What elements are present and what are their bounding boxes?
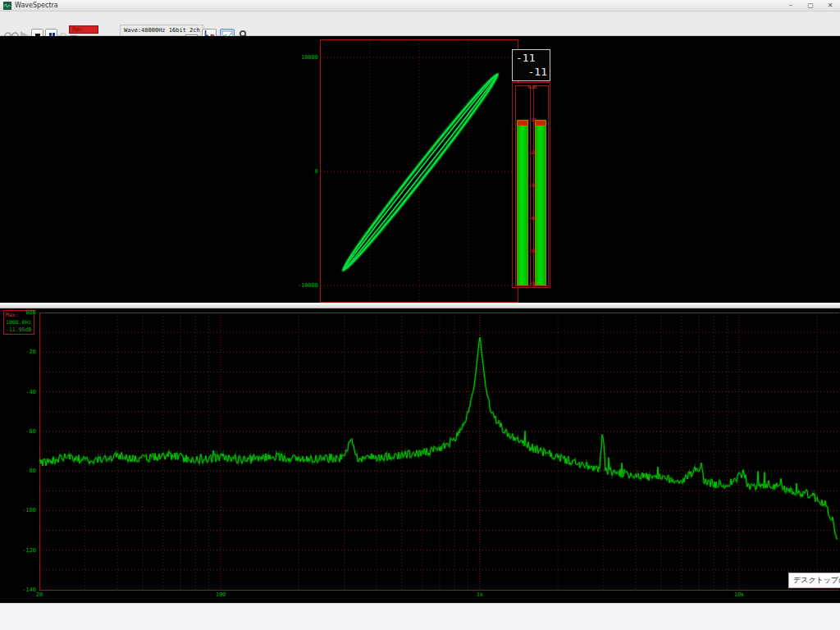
spectrum-trace xyxy=(39,337,838,539)
spectrum-panel: Max: 1000.0Hz -11.95dB 0dB-20-40-60-80-1… xyxy=(0,308,840,603)
meter-scale-label: -20 xyxy=(524,150,540,155)
spectrum-xlabel: 100 xyxy=(208,591,233,598)
meter-bar-right xyxy=(535,120,546,285)
meter-scale-label: -50 xyxy=(524,249,540,253)
spectrum-ylabel: -80 xyxy=(7,468,36,474)
rec-indicator: Rec xyxy=(69,25,98,34)
spectrum-ylabel: -40 xyxy=(7,389,36,395)
spectrum-ylabel-0db: 0dB xyxy=(16,309,36,316)
meter-bar-left xyxy=(517,120,528,285)
lissajous-ylabel: -10000 xyxy=(285,282,318,289)
meter-scale-label: -60 xyxy=(524,281,540,286)
meter-scale-label: -40 xyxy=(524,216,540,221)
max-freq: 1000.0Hz xyxy=(6,319,32,326)
wave-info: Wave:48000Hz 16bit 2ch xyxy=(124,27,200,34)
meter-scale-label: -30 xyxy=(524,183,540,188)
lissajous-figure-inner xyxy=(343,75,497,269)
title-bar: WaveSpectra – ▢ ✕ xyxy=(0,0,840,11)
maximize-button[interactable]: ▢ xyxy=(802,1,819,11)
show-desktop-tooltip: デスクトップの表示 xyxy=(788,573,840,588)
level-readout-box: -11 -11 xyxy=(512,49,550,81)
panel-splitter[interactable] xyxy=(0,303,840,308)
lissajous-ylabel: 0 xyxy=(285,168,318,175)
meter-scale-label: -10 xyxy=(524,117,540,122)
wavespectra-window: WaveSpectra – ▢ ✕ Rec Wave:48000Hz 16bit… xyxy=(0,0,840,630)
spectrum-ylabel: -20 xyxy=(7,349,36,355)
level-right-value: -11 xyxy=(528,66,547,78)
close-button[interactable]: ✕ xyxy=(822,1,838,11)
lissajous-ylabel: 10000 xyxy=(285,54,318,61)
spectrum-ylabel: -120 xyxy=(7,547,36,554)
spectrum-ylabel: -100 xyxy=(7,507,36,514)
toolbar: Rec Wave:48000Hz 16bit 2ch FFT:32768 Rec… xyxy=(0,11,840,36)
taskbar: 検索 >_ A 16:17 2026/01/11 日曜日 xyxy=(0,603,840,630)
max-level: -11.95dB xyxy=(6,326,32,334)
level-left-value: -11 xyxy=(516,52,535,64)
window-title: WaveSpectra xyxy=(15,2,58,9)
app-icon xyxy=(3,2,11,10)
spectrum-xlabel: 1k xyxy=(468,591,492,598)
lissajous-plot xyxy=(320,39,518,303)
minimize-button[interactable]: – xyxy=(783,1,799,11)
spectrum-ylabel: -60 xyxy=(7,428,36,435)
spectrum-trace-glow xyxy=(39,337,838,539)
spectrum-xlabel: 20 xyxy=(27,591,52,598)
spectrum-plot xyxy=(0,308,840,603)
level-meter: 0dB-10-20-30-40-50-60 xyxy=(512,82,550,288)
meter-scale-label: 0dB xyxy=(524,84,540,89)
lissajous-panel: -11 -11 0dB-10-20-30-40-50-60 100000-100… xyxy=(0,36,840,303)
spectrum-xlabel: 10k xyxy=(727,591,751,598)
